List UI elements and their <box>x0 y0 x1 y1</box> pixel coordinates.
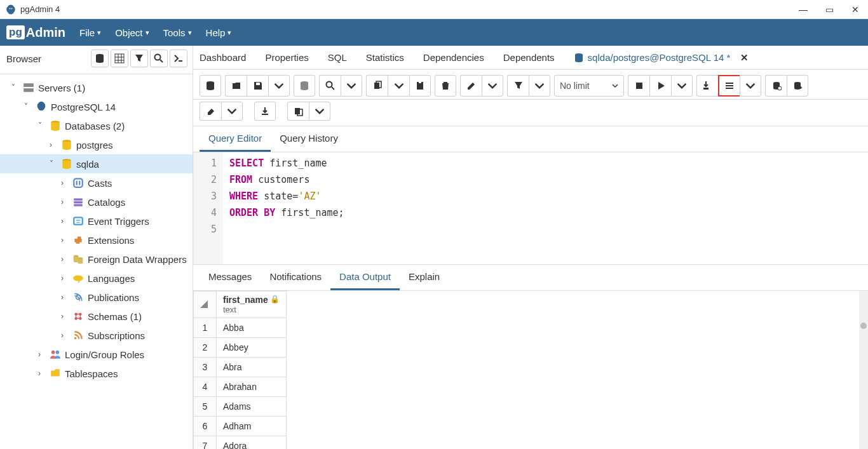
otab-explain[interactable]: Explain <box>400 265 449 290</box>
tree-node-tablespaces[interactable]: ›Tablespaces <box>0 364 193 383</box>
tb-filter[interactable] <box>507 75 529 97</box>
row-num[interactable]: 3 <box>194 358 217 377</box>
tb-paste[interactable] <box>409 75 431 97</box>
tab-statistics[interactable]: Statistics <box>363 47 407 68</box>
otab-notifications[interactable]: Notifications <box>261 265 330 290</box>
tb-delete[interactable] <box>435 75 456 97</box>
cell[interactable]: Abba <box>217 318 287 338</box>
tab-dependencies[interactable]: Dependencies <box>421 47 487 68</box>
tb-search[interactable] <box>319 75 341 97</box>
svg-point-3 <box>155 55 161 60</box>
tb-filter-dd[interactable] <box>529 75 550 97</box>
tree-node-servers[interactable]: ˅Servers (1) <box>0 78 193 97</box>
row-num[interactable]: 6 <box>194 417 217 436</box>
tree-node-extensions[interactable]: ›Extensions <box>0 231 193 250</box>
browser-tool-search[interactable] <box>150 50 168 67</box>
tb-scratch-dd[interactable] <box>309 102 330 121</box>
menu-file[interactable]: File▾ <box>79 27 101 38</box>
win-close[interactable]: ✕ <box>848 4 863 15</box>
menu-object[interactable]: Object▾ <box>115 27 149 38</box>
tree-node-languages[interactable]: ›Languages <box>0 269 193 288</box>
tb-execute-dd[interactable] <box>671 75 693 97</box>
tb-explain-dd[interactable] <box>740 75 761 97</box>
svg-rect-9 <box>74 178 83 187</box>
otab-messages[interactable]: Messages <box>200 265 261 290</box>
tree-node-publications[interactable]: ›Publications <box>0 288 193 307</box>
tb-limit[interactable]: No limit <box>554 75 624 97</box>
tb-db-save[interactable] <box>294 75 315 97</box>
tb-stop[interactable] <box>628 75 649 97</box>
tb-commit[interactable] <box>696 75 718 97</box>
tb-save[interactable] <box>247 75 268 97</box>
caret-right-icon: › <box>61 217 69 225</box>
scrollbar[interactable] <box>859 291 868 449</box>
row-num[interactable]: 2 <box>194 338 217 358</box>
tb-save-dd[interactable] <box>268 75 290 97</box>
col-header-firstname[interactable]: first_name🔒 text <box>217 292 287 318</box>
tb-connection[interactable] <box>200 75 221 97</box>
svg-rect-33 <box>419 81 421 83</box>
row-num[interactable]: 7 <box>194 436 217 450</box>
tree-node-casts[interactable]: ›Casts <box>0 173 193 192</box>
tab-sql[interactable]: SQL <box>325 47 349 68</box>
tb-execute[interactable] <box>649 75 671 97</box>
tb-download[interactable] <box>254 102 276 121</box>
otab-data[interactable]: Data Output <box>330 265 400 290</box>
tree-node-fdw[interactable]: ›Foreign Data Wrappers <box>0 250 193 269</box>
tree-node-catalogs[interactable]: ›Catalogs <box>0 192 193 211</box>
browser-tool-db[interactable] <box>91 50 109 67</box>
tab-dashboard[interactable]: Dashboard <box>197 47 248 68</box>
tree-node-databases[interactable]: ˅Databases (2) <box>0 116 193 135</box>
tree-node-login-roles[interactable]: ›Login/Group Roles <box>0 345 193 364</box>
win-minimize[interactable]: — <box>795 4 811 15</box>
cell[interactable]: Adams <box>217 397 287 417</box>
qtab-history[interactable]: Query History <box>271 126 347 152</box>
tb-copy[interactable] <box>366 75 388 97</box>
cell[interactable]: Abbey <box>217 338 287 358</box>
tb-edit-dd[interactable] <box>482 75 503 97</box>
browser-tool-grid[interactable] <box>111 50 128 67</box>
chevron-down-icon: ▾ <box>146 29 149 37</box>
browser-tool-terminal[interactable] <box>170 50 187 67</box>
close-icon[interactable]: ✕ <box>740 52 749 64</box>
cell[interactable]: Abra <box>217 358 287 377</box>
tb-macro1[interactable] <box>765 75 787 97</box>
sidebar: Browser ˅Servers (1) ˅PostgreSQL 14 ˅Dat… <box>0 46 193 449</box>
tree-node-event-triggers[interactable]: ›Event Triggers <box>0 211 193 231</box>
code-area[interactable]: SELECT first_name FROM customers WHERE s… <box>223 152 868 264</box>
tab-dependents[interactable]: Dependents <box>501 47 557 68</box>
cell[interactable]: Adora <box>217 436 287 450</box>
menu-tools[interactable]: Tools▾ <box>163 27 192 38</box>
win-maximize[interactable]: ▭ <box>822 4 837 15</box>
svg-point-16 <box>73 276 83 281</box>
browser-tool-filter[interactable] <box>130 50 148 67</box>
tab-query-tool[interactable]: sqlda/postgres@PostgreSQL 14 * ✕ <box>571 47 752 69</box>
tree-node-server[interactable]: ˅PostgreSQL 14 <box>0 97 193 116</box>
tree-node-schemas[interactable]: ›Schemas (1) <box>0 307 193 326</box>
cell[interactable]: Adham <box>217 417 287 436</box>
svg-rect-4 <box>24 83 34 87</box>
tree-node-postgres[interactable]: ›postgres <box>0 135 193 154</box>
tb-open[interactable] <box>225 75 247 97</box>
tb-scratch[interactable] <box>287 102 309 121</box>
menu-help[interactable]: Help▾ <box>206 27 232 38</box>
database-icon <box>574 53 584 63</box>
qtab-editor[interactable]: Query Editor <box>200 126 271 152</box>
tree-node-sqlda[interactable]: ˅sqlda <box>0 154 193 173</box>
row-num[interactable]: 4 <box>194 377 217 397</box>
cell[interactable]: Abrahan <box>217 377 287 397</box>
tree-node-subscriptions[interactable]: ›Subscriptions <box>0 326 193 345</box>
grid-corner[interactable] <box>194 292 217 318</box>
tb-search-dd[interactable] <box>341 75 362 97</box>
tab-properties[interactable]: Properties <box>262 47 311 68</box>
tb-copy-dd[interactable] <box>388 75 409 97</box>
row-num[interactable]: 5 <box>194 397 217 417</box>
tb-edit[interactable] <box>460 75 482 97</box>
tb-eraser[interactable] <box>200 102 221 121</box>
caret-right-icon: › <box>61 198 69 206</box>
tb-explain[interactable] <box>718 75 740 97</box>
row-num[interactable]: 1 <box>194 318 217 338</box>
editor[interactable]: 1 2 3 4 5 SELECT first_name FROM custome… <box>193 152 868 264</box>
tb-macro2[interactable] <box>787 75 808 97</box>
tb-eraser-dd[interactable] <box>221 102 243 121</box>
